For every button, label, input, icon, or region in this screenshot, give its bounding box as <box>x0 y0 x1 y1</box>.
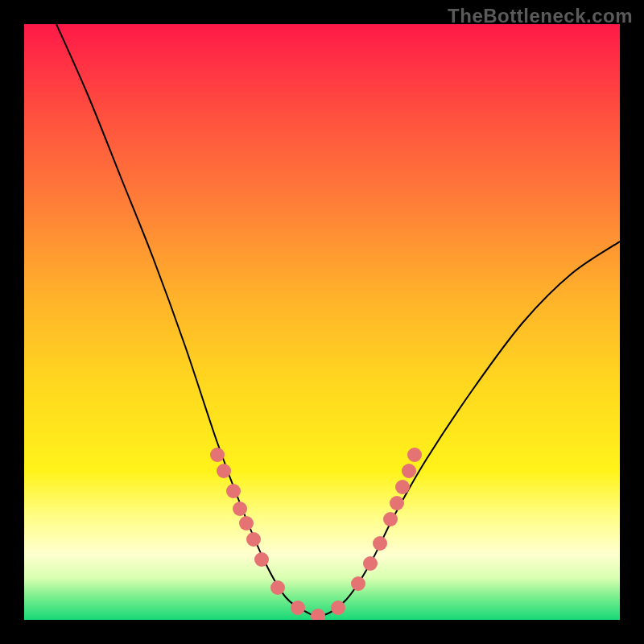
data-marker <box>254 552 269 567</box>
data-marker <box>291 601 305 615</box>
data-marker <box>246 532 261 547</box>
marker-group <box>210 448 422 620</box>
data-marker <box>390 496 404 510</box>
chart-svg <box>24 24 620 620</box>
data-marker <box>373 536 387 551</box>
data-marker <box>239 516 254 530</box>
data-marker <box>395 480 410 494</box>
data-marker <box>226 484 241 498</box>
data-marker <box>210 448 225 462</box>
data-marker <box>363 556 378 571</box>
data-marker <box>270 580 285 595</box>
data-marker <box>351 576 365 591</box>
data-marker <box>402 464 416 478</box>
data-marker <box>217 464 231 478</box>
data-marker <box>383 512 398 526</box>
data-marker <box>407 448 422 462</box>
data-marker <box>331 601 345 615</box>
watermark-text: TheBottleneck.com <box>448 5 633 27</box>
data-marker <box>233 502 247 516</box>
data-marker <box>311 609 325 620</box>
chart-plot-area <box>24 24 620 620</box>
bottleneck-curve <box>56 24 620 617</box>
